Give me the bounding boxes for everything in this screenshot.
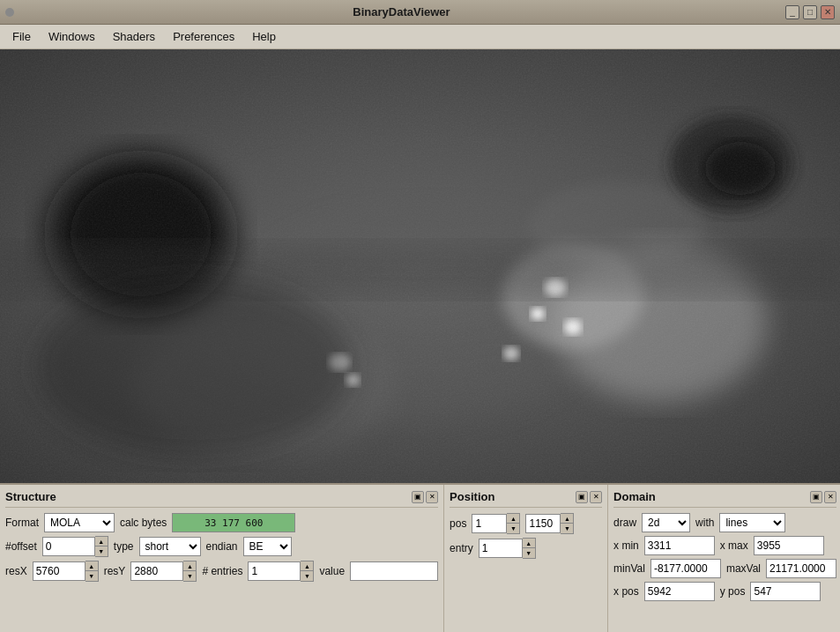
position-icon-1[interactable]: ▣: [576, 491, 588, 503]
minval-input[interactable]: [650, 559, 721, 578]
draw-label: draw: [613, 517, 636, 529]
xpos-label: x pos: [613, 585, 639, 598]
window-controls: _ □ ✕: [785, 5, 835, 19]
menu-shaders[interactable]: Shaders: [104, 26, 164, 47]
calc-bytes-bar: 33 177 600: [172, 513, 295, 532]
svg-point-17: [35, 279, 353, 455]
draw-select[interactable]: 2d 3d: [642, 513, 690, 532]
position-panel-title: Position: [450, 490, 494, 503]
position-panel-icons: ▣ ✕: [576, 491, 602, 503]
minval-label: minVal: [613, 562, 645, 575]
window-title: BinaryDataViewer: [18, 5, 785, 19]
domain-icon-1[interactable]: ▣: [810, 491, 822, 503]
structure-icon-2[interactable]: ✕: [426, 491, 438, 503]
offset-input[interactable]: [42, 537, 95, 556]
xmin-input[interactable]: [644, 536, 715, 555]
menu-preferences[interactable]: Preferences: [164, 26, 243, 47]
structure-row-offset: #offset ▲ ▼ type short int float double …: [5, 536, 438, 557]
structure-panel-title: Structure: [5, 490, 56, 503]
pos1-input[interactable]: [472, 514, 507, 533]
position-panel: Position ▣ ✕ pos ▲ ▼: [444, 485, 608, 632]
ypos-input[interactable]: [750, 582, 821, 601]
entry-up[interactable]: ▲: [523, 539, 535, 548]
maxval-input[interactable]: [766, 559, 836, 578]
offset-up[interactable]: ▲: [95, 537, 108, 546]
entries-spinner-btns: ▲ ▼: [301, 561, 314, 582]
structure-panel-header: Structure ▣ ✕: [5, 488, 438, 508]
position-panel-header: Position ▣ ✕: [450, 488, 602, 508]
domain-icon-2[interactable]: ✕: [824, 491, 836, 503]
entry-spinner: ▲ ▼: [479, 538, 536, 559]
pos2-down[interactable]: ▼: [561, 524, 573, 533]
domain-panel-header: Domain ▣ ✕: [613, 488, 836, 508]
domain-panel-icons: ▣ ✕: [810, 491, 836, 503]
offset-spinner: ▲ ▼: [42, 536, 108, 557]
minimize-button[interactable]: _: [785, 5, 799, 19]
format-label: Format: [5, 517, 39, 529]
with-select[interactable]: lines points fill: [719, 513, 785, 532]
resy-spinner-btns: ▲ ▼: [183, 561, 197, 582]
xpos-input[interactable]: [644, 582, 715, 601]
offset-down[interactable]: ▼: [95, 546, 108, 556]
panels-row: Structure ▣ ✕ Format MOLA RAW PDS calc b…: [0, 485, 840, 632]
position-icon-2[interactable]: ✕: [590, 491, 602, 503]
endian-label: endian: [206, 540, 238, 553]
maxval-label: maxVal: [726, 562, 761, 575]
menu-help[interactable]: Help: [243, 26, 285, 47]
entry-label: entry: [450, 542, 473, 554]
type-select[interactable]: short int float double: [139, 537, 201, 556]
value-input[interactable]: [350, 561, 438, 581]
xmax-label: x max: [720, 539, 748, 552]
xmax-input[interactable]: [754, 536, 824, 555]
resx-down[interactable]: ▼: [85, 571, 98, 581]
entry-spinner-btns: ▲ ▼: [523, 538, 536, 559]
pos-label: pos: [450, 517, 466, 530]
pos2-input[interactable]: [525, 514, 561, 533]
pos1-spinner-btns: ▲ ▼: [507, 513, 520, 534]
pos2-up[interactable]: ▲: [561, 514, 573, 524]
ypos-label: y pos: [720, 585, 746, 598]
resy-down[interactable]: ▼: [183, 571, 196, 581]
offset-spinner-btns: ▲ ▼: [95, 536, 108, 557]
image-viewport[interactable]: [0, 49, 840, 483]
with-label: with: [695, 517, 714, 529]
menu-windows[interactable]: Windows: [40, 26, 104, 47]
resy-input[interactable]: [130, 561, 183, 581]
position-row-entry: entry ▲ ▼: [450, 538, 602, 559]
pos1-down[interactable]: ▼: [507, 524, 519, 533]
svg-point-10: [531, 308, 545, 320]
resy-label: resY: [104, 565, 126, 577]
pos1-up[interactable]: ▲: [507, 514, 519, 524]
resy-up[interactable]: ▲: [183, 561, 196, 571]
title-bar: BinaryDataViewer _ □ ✕: [0, 0, 840, 25]
structure-panel: Structure ▣ ✕ Format MOLA RAW PDS calc b…: [0, 485, 444, 632]
calc-bytes-text: 33 177 600: [173, 514, 294, 532]
position-row-pos: pos ▲ ▼ ▲ ▼: [450, 513, 602, 534]
resy-spinner: ▲ ▼: [130, 561, 197, 582]
close-button[interactable]: ✕: [821, 5, 835, 19]
entries-down[interactable]: ▼: [301, 571, 313, 581]
resx-input[interactable]: [33, 561, 85, 581]
structure-icon-1[interactable]: ▣: [412, 491, 424, 503]
entry-down[interactable]: ▼: [523, 548, 535, 558]
entries-up[interactable]: ▲: [301, 561, 313, 571]
pos2-spinner-btns: ▲ ▼: [561, 513, 574, 534]
entries-label: # entries: [202, 565, 242, 577]
maximize-button[interactable]: □: [803, 5, 817, 19]
resx-up[interactable]: ▲: [85, 561, 98, 571]
entry-input[interactable]: [479, 539, 523, 558]
endian-select[interactable]: BE LE: [243, 537, 292, 556]
domain-row-valrange: minVal maxVal: [613, 559, 836, 578]
entries-input[interactable]: [248, 561, 301, 581]
xmin-label: x min: [613, 539, 639, 552]
domain-row-pos: x pos y pos: [613, 582, 836, 601]
calc-bytes-label: calc bytes: [120, 517, 167, 529]
structure-row-format: Format MOLA RAW PDS calc bytes 33 177 60…: [5, 513, 438, 532]
structure-row-res: resX ▲ ▼ resY ▲ ▼ # entries: [5, 561, 438, 582]
domain-panel-title: Domain: [613, 490, 656, 503]
mars-terrain-image: [0, 49, 840, 483]
svg-point-4: [705, 142, 776, 195]
resx-spinner-btns: ▲ ▼: [85, 561, 99, 582]
format-select[interactable]: MOLA RAW PDS: [44, 513, 115, 532]
menu-file[interactable]: File: [4, 26, 40, 47]
